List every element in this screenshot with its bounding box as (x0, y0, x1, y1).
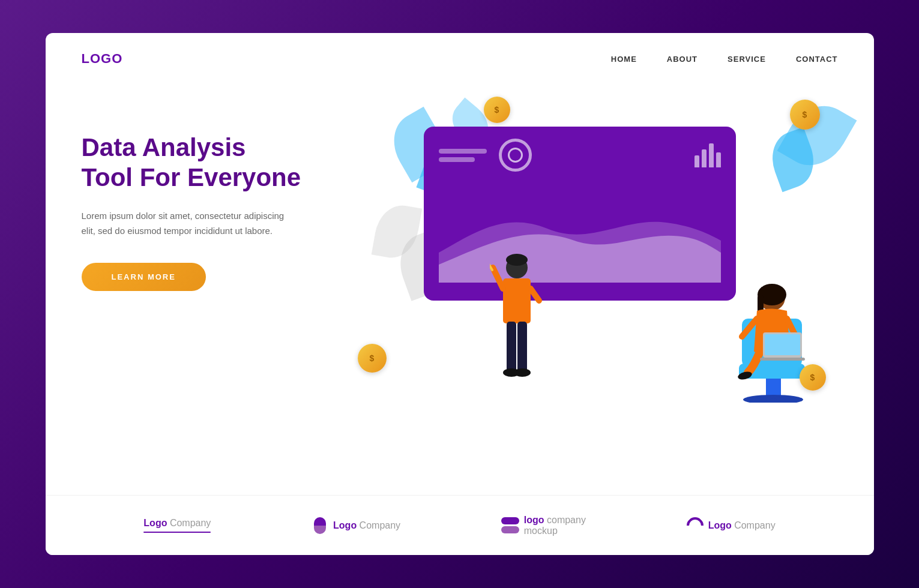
logo-company-1: Logo Company (143, 518, 211, 533)
logo-company-1-text: Logo Company (143, 518, 211, 529)
learn-more-button[interactable]: LEARN MORE (82, 263, 206, 291)
logo-company-3-text: logo companymockup (524, 515, 586, 536)
logo-company-3: logo companymockup (501, 515, 586, 536)
person-sitting (730, 280, 808, 400)
logo-company-2: Logo Company (312, 517, 400, 534)
coin-4: $ (800, 364, 826, 391)
logo-company-4-inner: Logo Company (687, 517, 776, 534)
logo-company-4: Logo Company (687, 517, 776, 534)
card-line-1 (439, 149, 487, 154)
hero-section: Data Analysis Tool For Everyone Lorem ip… (82, 97, 334, 291)
pill-bot (501, 526, 519, 533)
card-top-row (439, 139, 721, 172)
logo-company-2-text: Logo Company (333, 520, 400, 531)
dashboard-card (424, 127, 736, 301)
card-circle-inner (508, 148, 523, 163)
logo-company-1-inner: Logo Company (143, 518, 211, 529)
card-bar-chart (695, 143, 721, 167)
svg-rect-26 (760, 358, 805, 361)
svg-rect-25 (765, 334, 800, 355)
page-container: LOGO HOME ABOUT SERVICE CONTACT Data Ana… (46, 33, 874, 555)
c-shape-icon (683, 514, 707, 538)
bar-1 (695, 155, 699, 167)
site-logo: LOGO (82, 51, 123, 67)
pill-top (501, 517, 519, 524)
s-top (314, 517, 326, 526)
card-line-2 (439, 157, 475, 162)
bottom-logos-section: Logo Company Logo Company (46, 495, 874, 555)
svg-rect-2 (503, 278, 531, 323)
main-nav: HOME ABOUT SERVICE CONTACT (611, 55, 838, 64)
svg-line-3 (493, 268, 503, 289)
hero-description: Lorem ipsum dolor sit amet, consectetur … (82, 208, 298, 239)
header: LOGO HOME ABOUT SERVICE CONTACT (46, 33, 874, 85)
svg-line-21 (742, 319, 757, 337)
coin-2: $ (790, 100, 820, 130)
svg-point-8 (514, 368, 531, 377)
pills-icon (501, 517, 519, 533)
s-bot (314, 526, 326, 534)
bar-2 (702, 149, 707, 167)
nav-about[interactable]: ABOUT (667, 55, 698, 64)
logo-company-2-inner: Logo Company (312, 517, 400, 534)
nav-contact[interactable]: CONTACT (796, 55, 838, 64)
svg-line-4 (531, 289, 539, 301)
logo-company-3-inner: logo companymockup (501, 515, 586, 536)
logo-underline-1 (143, 532, 211, 533)
hero-title: Data Analysis Tool For Everyone (82, 133, 334, 193)
bar-3 (709, 143, 714, 167)
coin-3: $ (358, 344, 387, 373)
card-wave-chart (439, 181, 721, 283)
wave-svg (439, 181, 721, 283)
card-lines (439, 149, 487, 162)
s-shape-icon (312, 517, 328, 534)
svg-rect-6 (517, 322, 527, 373)
illustration-section: $ $ $ $ (346, 97, 838, 445)
svg-rect-5 (507, 322, 516, 373)
svg-point-1 (506, 254, 528, 266)
card-circle-icon (499, 139, 532, 172)
main-content: Data Analysis Tool For Everyone Lorem ip… (46, 85, 874, 541)
coin-1: $ (484, 97, 510, 123)
logo-company-4-text: Logo Company (708, 520, 776, 531)
nav-service[interactable]: SERVICE (728, 55, 766, 64)
nav-home[interactable]: HOME (611, 55, 637, 64)
person-standing (490, 253, 544, 397)
bar-4 (716, 152, 721, 167)
